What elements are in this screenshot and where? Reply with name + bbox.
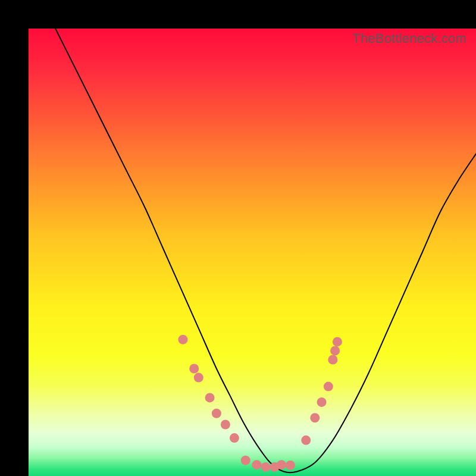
highlight-point <box>189 364 199 374</box>
highlight-point <box>212 409 221 418</box>
highlight-point <box>178 335 187 345</box>
highlight-point <box>277 460 286 469</box>
highlight-point <box>310 413 320 422</box>
highlight-points <box>178 335 342 472</box>
highlight-point <box>194 373 203 383</box>
highlight-point <box>333 337 342 346</box>
highlight-point <box>286 461 295 470</box>
highlight-point <box>205 393 215 402</box>
plot-area: TheBottleneck.com <box>29 29 476 476</box>
highlight-point <box>252 460 262 469</box>
chart-svg <box>29 29 476 476</box>
bottleneck-curve <box>55 29 476 472</box>
highlight-point <box>261 462 271 472</box>
highlight-point <box>330 346 340 355</box>
watermark-label: TheBottleneck.com <box>352 31 466 46</box>
highlight-point <box>317 397 327 407</box>
highlight-point <box>230 433 239 443</box>
highlight-point <box>241 456 250 465</box>
highlight-point <box>301 436 311 445</box>
chart-frame: TheBottleneck.com <box>0 0 476 476</box>
highlight-point <box>324 382 333 392</box>
highlight-point <box>221 420 230 430</box>
highlight-point <box>328 355 337 364</box>
bottleneck-curve-path <box>55 29 476 472</box>
